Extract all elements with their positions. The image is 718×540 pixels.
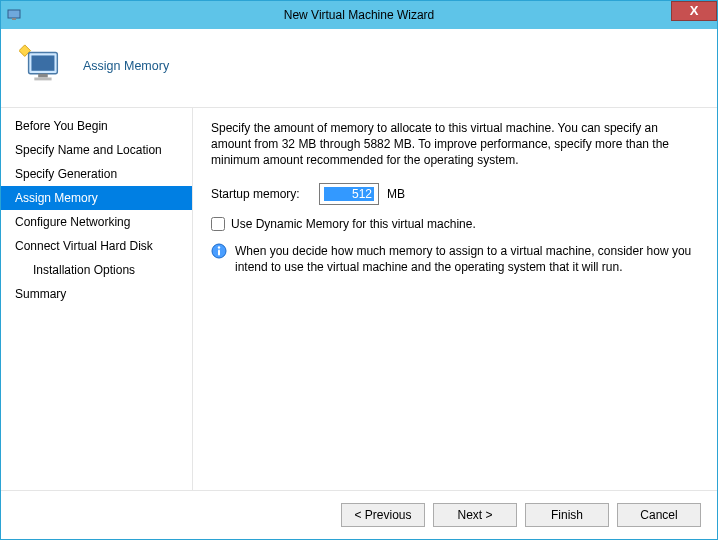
wizard-window: New Virtual Machine Wizard X Assign Memo… [0, 0, 718, 540]
cancel-button[interactable]: Cancel [617, 503, 701, 527]
window-title: New Virtual Machine Wizard [1, 8, 717, 22]
sidebar-step[interactable]: Configure Networking [1, 210, 192, 234]
svg-rect-4 [31, 55, 54, 70]
dynamic-memory-checkbox[interactable] [211, 217, 225, 231]
close-button[interactable]: X [671, 1, 717, 21]
info-row: When you decide how much memory to assig… [211, 243, 701, 275]
page-title: Assign Memory [83, 59, 169, 73]
app-icon [7, 7, 23, 23]
svg-rect-6 [34, 78, 51, 81]
info-icon [211, 243, 227, 259]
sidebar-step[interactable]: Installation Options [1, 258, 192, 282]
sidebar-step[interactable]: Connect Virtual Hard Disk [1, 234, 192, 258]
startup-memory-label: Startup memory: [211, 187, 311, 201]
svg-rect-1 [12, 18, 16, 20]
startup-memory-row: Startup memory: MB [211, 183, 701, 205]
svg-point-8 [218, 246, 220, 248]
svg-rect-5 [38, 74, 48, 78]
finish-button[interactable]: Finish [525, 503, 609, 527]
dynamic-memory-row: Use Dynamic Memory for this virtual mach… [211, 217, 701, 231]
sidebar-step[interactable]: Specify Name and Location [1, 138, 192, 162]
next-button[interactable]: Next > [433, 503, 517, 527]
startup-memory-input[interactable] [324, 187, 374, 201]
startup-memory-unit: MB [387, 187, 405, 201]
svg-rect-0 [8, 10, 20, 18]
monitor-icon [19, 43, 65, 89]
sidebar-step[interactable]: Before You Begin [1, 114, 192, 138]
svg-rect-9 [218, 249, 220, 255]
step-sidebar: Before You BeginSpecify Name and Locatio… [1, 108, 193, 490]
main-panel: Specify the amount of memory to allocate… [193, 108, 717, 490]
wizard-header: Assign Memory [1, 29, 717, 107]
sidebar-step[interactable]: Specify Generation [1, 162, 192, 186]
wizard-body: Before You BeginSpecify Name and Locatio… [1, 107, 717, 490]
startup-memory-input-wrap [319, 183, 379, 205]
sidebar-step[interactable]: Summary [1, 282, 192, 306]
previous-button[interactable]: < Previous [341, 503, 425, 527]
description-text: Specify the amount of memory to allocate… [211, 120, 701, 169]
dynamic-memory-label[interactable]: Use Dynamic Memory for this virtual mach… [231, 217, 476, 231]
sidebar-step[interactable]: Assign Memory [1, 186, 192, 210]
wizard-footer: < Previous Next > Finish Cancel [1, 490, 717, 539]
titlebar: New Virtual Machine Wizard X [1, 1, 717, 29]
info-text: When you decide how much memory to assig… [235, 243, 701, 275]
